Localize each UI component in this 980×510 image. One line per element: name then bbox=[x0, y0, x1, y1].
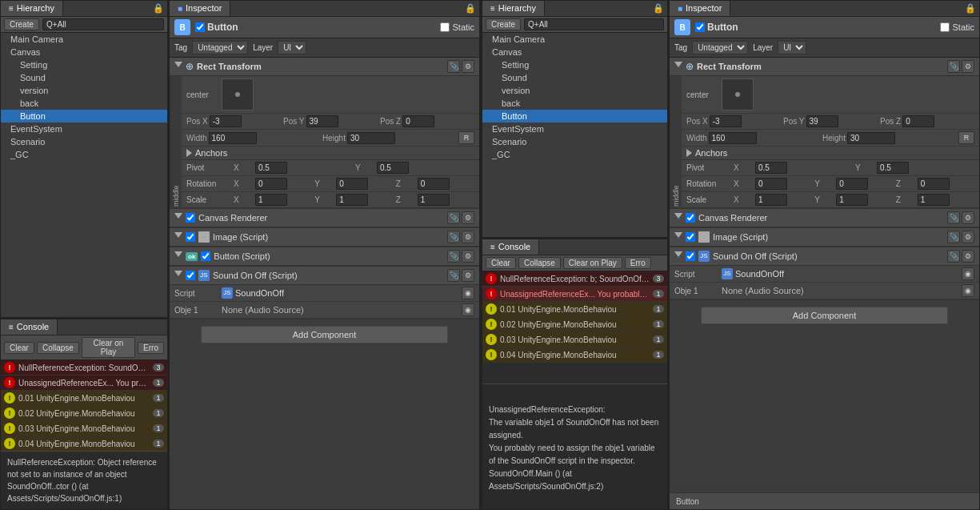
rect-attach-left[interactable]: 📎 bbox=[447, 60, 460, 73]
posz-input-right[interactable] bbox=[902, 115, 934, 127]
sound-attach-right[interactable]: 📎 bbox=[947, 250, 960, 263]
h-input-right[interactable] bbox=[847, 132, 895, 144]
image-header-left[interactable]: Image (Script) 📎 ⚙ bbox=[170, 228, 479, 247]
ry-input-right[interactable] bbox=[836, 178, 868, 190]
tree-setting-right[interactable]: Setting bbox=[482, 58, 667, 71]
rect-transform-header-right[interactable]: ⊕ Rect Transform 📎 ⚙ bbox=[670, 58, 979, 76]
canvas-cog-right[interactable]: ⚙ bbox=[962, 211, 974, 224]
inspector-tab-left[interactable]: ■ Inspector bbox=[170, 1, 230, 16]
static-toggle-right[interactable]: Static bbox=[940, 22, 974, 32]
image-attach-right[interactable]: 📎 bbox=[947, 231, 960, 243]
hierarchy-tab-right[interactable]: ≡ Hierarchy bbox=[482, 1, 545, 16]
canvas-attach-left[interactable]: 📎 bbox=[447, 211, 460, 224]
tree-main-camera-right[interactable]: Main Camera bbox=[482, 33, 667, 46]
button-attach-left[interactable]: 📎 bbox=[447, 250, 460, 263]
anchors-row-left[interactable]: Anchors bbox=[182, 147, 479, 160]
px-input-left[interactable] bbox=[255, 162, 287, 174]
sy-input-left[interactable] bbox=[336, 194, 368, 206]
canvas-attach-right[interactable]: 📎 bbox=[947, 211, 960, 224]
tree-back-right[interactable]: back bbox=[482, 97, 667, 110]
tree-back-left[interactable]: back bbox=[1, 97, 167, 110]
image-cog-left[interactable]: ⚙ bbox=[462, 231, 474, 243]
tree-main-camera-left[interactable]: Main Camera bbox=[1, 33, 167, 46]
static-toggle-left[interactable]: Static bbox=[440, 22, 474, 32]
tree-button-left[interactable]: Button bbox=[1, 110, 167, 122]
py-input-right[interactable] bbox=[877, 162, 909, 174]
button-header-left[interactable]: ok Button (Script) 📎 ⚙ bbox=[170, 247, 479, 266]
rx-input-right[interactable] bbox=[755, 178, 787, 190]
hierarchy-search-left[interactable] bbox=[42, 18, 164, 30]
console-clearplay-btn-right[interactable]: Clear on Play bbox=[563, 257, 622, 269]
hierarchy-create-btn-right[interactable]: Create bbox=[486, 18, 521, 30]
button-checkbox-left[interactable] bbox=[201, 251, 210, 261]
h-input-left[interactable] bbox=[347, 132, 395, 144]
image-attach-left[interactable]: 📎 bbox=[447, 231, 460, 243]
layer-select-left[interactable]: UI bbox=[278, 41, 306, 54]
sx-input-right[interactable] bbox=[755, 194, 787, 206]
tree-scenario-right[interactable]: Scenario bbox=[482, 135, 667, 148]
obj-checkbox-left[interactable] bbox=[195, 22, 205, 32]
image-checkbox-right[interactable] bbox=[686, 232, 695, 242]
tree-button-right[interactable]: Button bbox=[482, 110, 667, 122]
tree-eventsystem-right[interactable]: EventSystem bbox=[482, 122, 667, 135]
rect-attach-right[interactable]: 📎 bbox=[947, 60, 960, 73]
hierarchy-tab-left[interactable]: ≡ Hierarchy bbox=[1, 1, 63, 16]
console-item-0-right[interactable]: ! NullReferenceException: b; SoundOnOff.… bbox=[482, 271, 667, 287]
sz-input-left[interactable] bbox=[418, 194, 450, 206]
console-clear-btn-right[interactable]: Clear bbox=[486, 257, 516, 269]
anchors-row-right[interactable]: Anchors bbox=[682, 147, 979, 160]
obje1-pick-right[interactable]: ◉ bbox=[962, 284, 974, 297]
canvas-renderer-header-left[interactable]: Canvas Renderer 📎 ⚙ bbox=[170, 209, 479, 227]
sound-header-left[interactable]: JS Sound On Off (Script) 📎 ⚙ bbox=[170, 267, 479, 285]
console-item-0-left[interactable]: ! NullReferenceException: SoundOnOff..ct… bbox=[1, 360, 167, 375]
console-item-1-left[interactable]: ! UnassignedReferenceEx... You probably … bbox=[1, 375, 167, 391]
tree-version-right[interactable]: version bbox=[482, 84, 667, 97]
console-tab-left[interactable]: ≡ Console bbox=[1, 319, 58, 335]
image-cog-right[interactable]: ⚙ bbox=[962, 231, 974, 243]
tree-gc-left[interactable]: _GC bbox=[1, 148, 167, 161]
sound-checkbox-left[interactable] bbox=[186, 271, 195, 280]
obje1-pick-left[interactable]: ◉ bbox=[462, 303, 474, 316]
console-item-5-left[interactable]: ! 0.04 UnityEngine.MonoBehaviou 1 bbox=[1, 436, 167, 451]
console-tab-right[interactable]: ≡ Console bbox=[482, 239, 539, 255]
sy-input-right[interactable] bbox=[836, 194, 868, 206]
canvas-checkbox-left[interactable] bbox=[186, 213, 195, 223]
tag-select-right[interactable]: Untagged bbox=[692, 41, 748, 54]
obj-enabled-left[interactable]: Button bbox=[195, 22, 238, 33]
sound-attach-left[interactable]: 📎 bbox=[447, 269, 460, 282]
inspector-tab-right[interactable]: ■ Inspector bbox=[670, 1, 730, 16]
console-item-5-right[interactable]: ! 0.04 UnityEngine.MonoBehaviou 1 bbox=[482, 347, 667, 363]
r-btn-right[interactable]: R bbox=[958, 131, 974, 144]
obj-checkbox-right[interactable] bbox=[695, 22, 705, 32]
sound-checkbox-right[interactable] bbox=[686, 251, 695, 261]
obj-enabled-right[interactable]: Button bbox=[695, 22, 738, 33]
rect-cog-left[interactable]: ⚙ bbox=[462, 60, 474, 73]
console-collapse-btn-left[interactable]: Collapse bbox=[37, 342, 79, 354]
tree-eventsystem-left[interactable]: EventSystem bbox=[1, 122, 167, 135]
posy-input-left[interactable] bbox=[306, 115, 338, 127]
canvas-renderer-header-right[interactable]: Canvas Renderer 📎 ⚙ bbox=[670, 209, 979, 227]
r-btn-left[interactable]: R bbox=[458, 131, 474, 144]
posx-input-right[interactable] bbox=[710, 115, 742, 127]
console-error-btn-right[interactable]: Erro bbox=[625, 257, 651, 269]
sound-cog-left[interactable]: ⚙ bbox=[462, 269, 474, 282]
console-item-4-right[interactable]: ! 0.03 UnityEngine.MonoBehaviou 1 bbox=[482, 332, 667, 347]
console-collapse-btn-right[interactable]: Collapse bbox=[518, 257, 561, 269]
add-component-btn-right[interactable]: Add Component bbox=[701, 307, 949, 324]
tree-setting-left[interactable]: Setting bbox=[1, 58, 167, 71]
sound-cog-right[interactable]: ⚙ bbox=[962, 250, 974, 263]
tree-gc-right[interactable]: _GC bbox=[482, 148, 667, 161]
console-item-2-right[interactable]: ! 0.01 UnityEngine.MonoBehaviou 1 bbox=[482, 302, 667, 317]
tree-canvas-right[interactable]: Canvas bbox=[482, 46, 667, 58]
tree-canvas-left[interactable]: Canvas bbox=[1, 46, 167, 58]
tree-scenario-left[interactable]: Scenario bbox=[1, 135, 167, 148]
rz-input-right[interactable] bbox=[918, 178, 950, 190]
posz-input-left[interactable] bbox=[402, 115, 434, 127]
w-input-left[interactable] bbox=[209, 132, 257, 144]
ry-input-left[interactable] bbox=[336, 178, 368, 190]
tag-select-left[interactable]: Untagged bbox=[192, 41, 248, 54]
tree-sound-right[interactable]: Sound bbox=[482, 71, 667, 84]
canvas-cog-left[interactable]: ⚙ bbox=[462, 211, 474, 224]
hierarchy-create-btn-left[interactable]: Create bbox=[4, 18, 39, 30]
console-item-4-left[interactable]: ! 0.03 UnityEngine.MonoBehaviou 1 bbox=[1, 421, 167, 436]
